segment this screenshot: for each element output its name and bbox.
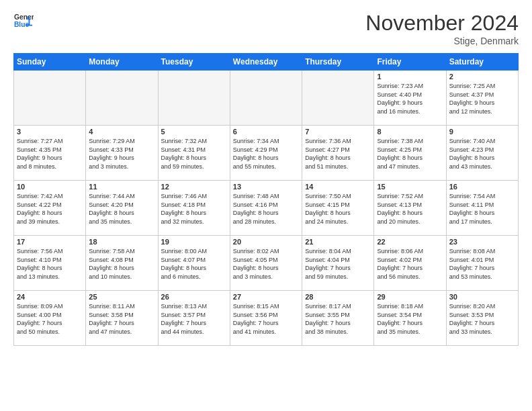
day-info: Sunrise: 7:25 AM Sunset: 4:37 PM Dayligh… xyxy=(449,82,515,116)
day-info: Sunrise: 7:54 AM Sunset: 4:11 PM Dayligh… xyxy=(449,192,515,226)
day-info: Sunrise: 7:36 AM Sunset: 4:27 PM Dayligh… xyxy=(305,137,371,171)
day-number: 25 xyxy=(89,293,154,301)
calendar-cell: 19Sunrise: 8:00 AM Sunset: 4:07 PM Dayli… xyxy=(158,236,230,291)
calendar-cell: 10Sunrise: 7:42 AM Sunset: 4:22 PM Dayli… xyxy=(14,181,86,236)
day-info: Sunrise: 7:52 AM Sunset: 4:13 PM Dayligh… xyxy=(377,192,443,226)
day-info: Sunrise: 8:17 AM Sunset: 3:55 PM Dayligh… xyxy=(305,302,371,336)
day-number: 19 xyxy=(161,238,227,246)
calendar-cell: 7Sunrise: 7:36 AM Sunset: 4:27 PM Daylig… xyxy=(302,126,374,181)
day-info: Sunrise: 7:50 AM Sunset: 4:15 PM Dayligh… xyxy=(305,192,371,226)
day-info: Sunrise: 8:02 AM Sunset: 4:05 PM Dayligh… xyxy=(233,247,299,281)
day-number: 18 xyxy=(89,238,154,246)
day-number: 14 xyxy=(305,183,371,191)
day-number: 13 xyxy=(233,183,299,191)
calendar-week-row-4: 17Sunrise: 7:56 AM Sunset: 4:10 PM Dayli… xyxy=(14,236,519,291)
day-info: Sunrise: 8:13 AM Sunset: 3:57 PM Dayligh… xyxy=(161,302,227,336)
day-info: Sunrise: 7:32 AM Sunset: 4:31 PM Dayligh… xyxy=(161,137,227,171)
page: General Blue November 2024 Stige, Denmar… xyxy=(0,0,532,411)
day-info: Sunrise: 7:42 AM Sunset: 4:22 PM Dayligh… xyxy=(17,192,83,226)
calendar-cell: 22Sunrise: 8:06 AM Sunset: 4:02 PM Dayli… xyxy=(374,236,446,291)
day-info: Sunrise: 7:48 AM Sunset: 4:16 PM Dayligh… xyxy=(233,192,299,226)
calendar-cell: 29Sunrise: 8:18 AM Sunset: 3:54 PM Dayli… xyxy=(374,291,446,346)
day-info: Sunrise: 7:44 AM Sunset: 4:20 PM Dayligh… xyxy=(89,192,154,226)
calendar-cell xyxy=(158,71,230,126)
calendar-cell: 3Sunrise: 7:27 AM Sunset: 4:35 PM Daylig… xyxy=(14,126,86,181)
day-info: Sunrise: 8:18 AM Sunset: 3:54 PM Dayligh… xyxy=(377,302,443,336)
calendar-cell: 8Sunrise: 7:38 AM Sunset: 4:25 PM Daylig… xyxy=(374,126,446,181)
month-title: November 2024 xyxy=(365,11,519,36)
day-info: Sunrise: 8:04 AM Sunset: 4:04 PM Dayligh… xyxy=(305,247,371,281)
day-number: 20 xyxy=(233,238,299,246)
calendar-week-row-1: 1Sunrise: 7:23 AM Sunset: 4:40 PM Daylig… xyxy=(14,71,519,126)
calendar-cell: 21Sunrise: 8:04 AM Sunset: 4:04 PM Dayli… xyxy=(302,236,374,291)
day-number: 30 xyxy=(449,293,515,301)
calendar-cell xyxy=(230,71,302,126)
day-number: 3 xyxy=(17,128,83,136)
header-wednesday: Wednesday xyxy=(230,54,302,71)
calendar-cell: 1Sunrise: 7:23 AM Sunset: 4:40 PM Daylig… xyxy=(374,71,446,126)
calendar-cell: 4Sunrise: 7:29 AM Sunset: 4:33 PM Daylig… xyxy=(86,126,158,181)
header-thursday: Thursday xyxy=(302,54,374,71)
day-info: Sunrise: 7:34 AM Sunset: 4:29 PM Dayligh… xyxy=(233,137,299,171)
calendar-table: Sunday Monday Tuesday Wednesday Thursday… xyxy=(13,53,519,346)
day-number: 15 xyxy=(377,183,443,191)
day-info: Sunrise: 8:08 AM Sunset: 4:01 PM Dayligh… xyxy=(449,247,515,281)
calendar-cell: 14Sunrise: 7:50 AM Sunset: 4:15 PM Dayli… xyxy=(302,181,374,236)
day-info: Sunrise: 8:00 AM Sunset: 4:07 PM Dayligh… xyxy=(161,247,227,281)
calendar-cell: 9Sunrise: 7:40 AM Sunset: 4:23 PM Daylig… xyxy=(446,126,518,181)
logo-icon: General Blue xyxy=(13,11,34,31)
calendar-cell: 30Sunrise: 8:20 AM Sunset: 3:53 PM Dayli… xyxy=(446,291,518,346)
calendar-cell: 17Sunrise: 7:56 AM Sunset: 4:10 PM Dayli… xyxy=(14,236,86,291)
calendar-cell: 12Sunrise: 7:46 AM Sunset: 4:18 PM Dayli… xyxy=(158,181,230,236)
header-friday: Friday xyxy=(374,54,446,71)
day-info: Sunrise: 7:58 AM Sunset: 4:08 PM Dayligh… xyxy=(89,247,154,281)
calendar-cell: 5Sunrise: 7:32 AM Sunset: 4:31 PM Daylig… xyxy=(158,126,230,181)
calendar-cell: 11Sunrise: 7:44 AM Sunset: 4:20 PM Dayli… xyxy=(86,181,158,236)
day-info: Sunrise: 8:09 AM Sunset: 4:00 PM Dayligh… xyxy=(17,302,83,336)
calendar-cell: 18Sunrise: 7:58 AM Sunset: 4:08 PM Dayli… xyxy=(86,236,158,291)
day-number: 12 xyxy=(161,183,227,191)
calendar-cell xyxy=(14,71,86,126)
day-number: 5 xyxy=(161,128,227,136)
calendar-week-row-5: 24Sunrise: 8:09 AM Sunset: 4:00 PM Dayli… xyxy=(14,291,519,346)
day-info: Sunrise: 7:27 AM Sunset: 4:35 PM Dayligh… xyxy=(17,137,83,171)
day-info: Sunrise: 8:11 AM Sunset: 3:58 PM Dayligh… xyxy=(89,302,154,336)
calendar-week-row-3: 10Sunrise: 7:42 AM Sunset: 4:22 PM Dayli… xyxy=(14,181,519,236)
header-saturday: Saturday xyxy=(446,54,518,71)
day-number: 1 xyxy=(377,73,443,81)
day-info: Sunrise: 7:46 AM Sunset: 4:18 PM Dayligh… xyxy=(161,192,227,226)
day-number: 23 xyxy=(449,238,515,246)
day-info: Sunrise: 7:40 AM Sunset: 4:23 PM Dayligh… xyxy=(449,137,515,171)
header-tuesday: Tuesday xyxy=(158,54,230,71)
day-info: Sunrise: 7:38 AM Sunset: 4:25 PM Dayligh… xyxy=(377,137,443,171)
day-number: 27 xyxy=(233,293,299,301)
day-number: 10 xyxy=(17,183,83,191)
day-info: Sunrise: 7:56 AM Sunset: 4:10 PM Dayligh… xyxy=(17,247,83,281)
calendar-cell: 6Sunrise: 7:34 AM Sunset: 4:29 PM Daylig… xyxy=(230,126,302,181)
calendar-cell: 16Sunrise: 7:54 AM Sunset: 4:11 PM Dayli… xyxy=(446,181,518,236)
calendar-cell xyxy=(302,71,374,126)
day-number: 28 xyxy=(305,293,371,301)
day-number: 4 xyxy=(89,128,154,136)
day-number: 7 xyxy=(305,128,371,136)
location-subtitle: Stige, Denmark xyxy=(365,36,519,46)
title-block: November 2024 Stige, Denmark xyxy=(365,11,519,46)
calendar-cell: 25Sunrise: 8:11 AM Sunset: 3:58 PM Dayli… xyxy=(86,291,158,346)
day-number: 16 xyxy=(449,183,515,191)
day-number: 21 xyxy=(305,238,371,246)
calendar-cell: 20Sunrise: 8:02 AM Sunset: 4:05 PM Dayli… xyxy=(230,236,302,291)
day-number: 22 xyxy=(377,238,443,246)
calendar-cell: 13Sunrise: 7:48 AM Sunset: 4:16 PM Dayli… xyxy=(230,181,302,236)
calendar-cell: 24Sunrise: 8:09 AM Sunset: 4:00 PM Dayli… xyxy=(14,291,86,346)
day-number: 11 xyxy=(89,183,154,191)
calendar-cell: 15Sunrise: 7:52 AM Sunset: 4:13 PM Dayli… xyxy=(374,181,446,236)
day-number: 8 xyxy=(377,128,443,136)
header: General Blue November 2024 Stige, Denmar… xyxy=(13,11,519,46)
calendar-cell: 2Sunrise: 7:25 AM Sunset: 4:37 PM Daylig… xyxy=(446,71,518,126)
header-sunday: Sunday xyxy=(14,54,86,71)
day-info: Sunrise: 8:20 AM Sunset: 3:53 PM Dayligh… xyxy=(449,302,515,336)
calendar-cell: 23Sunrise: 8:08 AM Sunset: 4:01 PM Dayli… xyxy=(446,236,518,291)
calendar-header-row: Sunday Monday Tuesday Wednesday Thursday… xyxy=(14,54,519,71)
day-number: 2 xyxy=(449,73,515,81)
logo: General Blue xyxy=(13,11,34,31)
